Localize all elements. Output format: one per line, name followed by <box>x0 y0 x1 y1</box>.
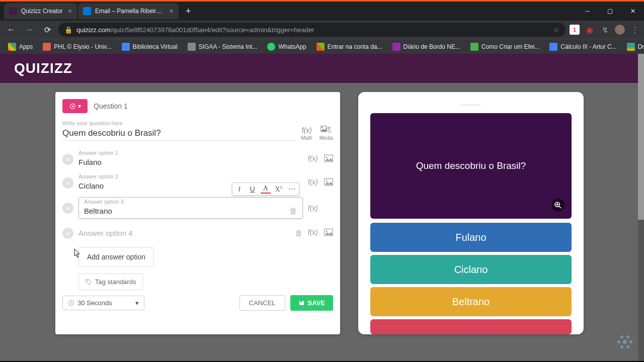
drag-handle-icon <box>461 104 481 106</box>
preview-answer[interactable]: Ciclano <box>370 255 572 284</box>
question-input[interactable] <box>62 126 294 141</box>
image-icon[interactable] <box>324 178 333 188</box>
svg-point-6 <box>326 156 328 158</box>
correct-answer-toggle[interactable] <box>62 177 73 189</box>
window-minimize-button[interactable]: ─ <box>576 2 599 21</box>
menu-icon[interactable]: ⋮ <box>630 25 640 35</box>
answer-option-input[interactable] <box>84 205 289 217</box>
option-label: Answer option 3 <box>84 199 297 205</box>
bookmark-favicon <box>122 43 130 51</box>
profile-avatar[interactable] <box>615 25 625 35</box>
image-icon[interactable] <box>324 154 333 164</box>
browser-tab[interactable]: Email – Pamella Ribeiro – Outlo... × <box>78 3 179 19</box>
correct-answer-toggle[interactable] <box>62 154 73 165</box>
bookmark-item[interactable]: Cálculo III - Artur C... <box>545 41 620 53</box>
quizizz-logo[interactable]: QUIZIZZ <box>14 60 72 76</box>
bookmark-favicon <box>392 43 400 51</box>
new-tab-button[interactable]: + <box>180 6 197 17</box>
fx-icon[interactable]: f(x) <box>308 154 318 164</box>
svg-point-15 <box>626 335 629 338</box>
clock-icon <box>68 300 74 306</box>
answer-option-input[interactable] <box>78 156 303 168</box>
media-tool[interactable]: Media <box>319 125 333 141</box>
svg-point-11 <box>87 280 88 281</box>
zoom-icon[interactable] <box>551 199 565 212</box>
tab-title: Quizizz Creator <box>21 8 63 15</box>
option-label: Answer option 1 <box>78 150 303 156</box>
scrollbar-thumb[interactable] <box>638 54 644 220</box>
close-tab-icon[interactable]: × <box>68 7 72 15</box>
text-color-button[interactable]: A <box>261 185 271 194</box>
fx-icon[interactable]: f(x) <box>308 178 318 188</box>
math-tool[interactable]: f(x) Math <box>301 126 312 141</box>
svg-point-3 <box>322 127 323 128</box>
bookmarks-bar: Apps PHL © Elysio - Univ... Biblioteca V… <box>0 39 644 54</box>
correct-answer-toggle[interactable] <box>62 203 73 214</box>
preview-question: Quem descobriu o Brasil? <box>370 113 572 219</box>
answer-option-row: I U A X1 ⋯ Answer option 3 🗑 <box>62 197 333 219</box>
bookmark-item[interactable]: Biblioteca Virtual <box>118 41 182 53</box>
tag-standards-button[interactable]: Tag standards <box>78 274 143 290</box>
cancel-button[interactable]: CANCEL <box>239 295 285 311</box>
bookmark-favicon <box>549 43 557 51</box>
superscript-button[interactable]: X1 <box>274 185 284 194</box>
add-answer-option-button[interactable]: Add answer option <box>78 247 154 266</box>
close-tab-icon[interactable]: × <box>170 7 174 15</box>
chevron-down-icon: ▾ <box>135 299 139 307</box>
more-format-button[interactable]: ⋯ <box>287 185 297 194</box>
bookmark-item[interactable]: Diário de Bordo NE... <box>388 41 464 53</box>
time-limit-dropdown[interactable]: 30 Seconds ▾ <box>62 296 144 310</box>
save-icon <box>298 300 305 306</box>
bookmark-item[interactable]: Como Criar um Efei... <box>466 41 543 53</box>
question-number-label: Question 1 <box>94 102 128 110</box>
extension-icon[interactable]: 1 <box>570 25 580 35</box>
url-input[interactable]: 🔒 quizizz.com/quiz/5e8f624073976a001d0f5… <box>58 23 566 37</box>
delete-icon[interactable]: 🗑 <box>289 207 297 216</box>
bookmark-favicon <box>470 43 478 51</box>
delete-icon[interactable]: 🗑 <box>295 229 303 238</box>
bookmark-item[interactable]: SIGAA - Sistema Int... <box>184 41 262 53</box>
svg-point-14 <box>620 335 623 338</box>
check-icon <box>65 156 71 162</box>
fx-icon[interactable]: f(x) <box>308 204 318 212</box>
favicon-icon <box>83 7 91 15</box>
window-close-button[interactable]: ✕ <box>621 2 644 21</box>
save-button[interactable]: SAVE <box>290 295 333 311</box>
image-icon[interactable] <box>324 228 333 238</box>
text-format-toolbar: I U A X1 ⋯ <box>232 183 299 196</box>
fx-icon[interactable]: f(x) <box>308 228 318 238</box>
bookmark-item[interactable]: PHL © Elysio - Univ... <box>39 41 115 53</box>
italic-button[interactable]: I <box>234 185 245 194</box>
underline-button[interactable]: U <box>248 185 258 194</box>
browser-tab-active[interactable]: Quizizz Creator × <box>4 3 77 19</box>
preview-answer[interactable] <box>370 319 572 334</box>
window-maximize-button[interactable]: ▢ <box>599 2 621 21</box>
app-header: QUIZIZZ <box>0 54 638 83</box>
forward-button[interactable]: → <box>22 23 36 37</box>
bookmark-favicon <box>316 43 325 51</box>
preview-answer[interactable]: Fulano <box>370 223 572 252</box>
chevron-down-icon: ▾ <box>78 103 81 110</box>
question-type-dropdown[interactable]: ▾ <box>62 99 88 113</box>
watermark-icon <box>615 332 635 352</box>
answer-option-input[interactable] <box>78 227 295 239</box>
url-host: quizizz.com <box>76 26 111 34</box>
preview-answer[interactable]: Beltrano <box>370 287 572 316</box>
question-field-label: Write your question here <box>62 120 294 126</box>
bookmark-item[interactable]: WhatsApp <box>263 41 310 53</box>
answer-option-row: 🗑 f(x) <box>62 227 333 239</box>
star-icon[interactable]: ☆ <box>553 26 559 34</box>
favicon-icon <box>9 7 17 15</box>
back-button[interactable]: ← <box>4 23 18 37</box>
svg-point-1 <box>71 105 73 107</box>
reload-button[interactable]: ⟳ <box>40 23 54 37</box>
svg-point-10 <box>326 230 328 232</box>
correct-answer-toggle[interactable] <box>62 228 73 239</box>
apps-button[interactable]: Apps <box>4 41 37 53</box>
extension-icon[interactable]: ↯ <box>600 25 610 35</box>
tab-title: Email – Pamella Ribeiro – Outlo... <box>95 8 165 15</box>
vertical-scrollbar[interactable] <box>638 54 644 361</box>
bookmark-item[interactable]: Entrar na conta da... <box>312 41 386 53</box>
extension-icon[interactable]: ◉ <box>585 25 595 35</box>
bookmark-item[interactable]: Drive EMA <box>623 41 644 53</box>
